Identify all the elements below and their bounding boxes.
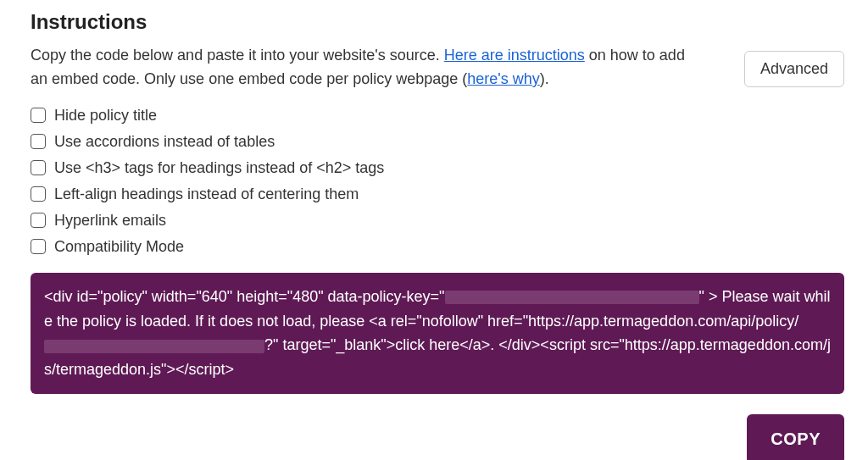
option-label: Left-align headings instead of centering… (54, 186, 359, 203)
copy-button[interactable]: COPY (747, 414, 844, 460)
option-label: Hide policy title (54, 107, 157, 125)
options-list: Hide policy title Use accordions instead… (31, 107, 844, 256)
option-accordions[interactable]: Use accordions instead of tables (31, 133, 844, 151)
advanced-button[interactable]: Advanced (744, 51, 844, 87)
option-compatibility[interactable]: Compatibility Mode (31, 238, 844, 256)
intro-text-3: ). (540, 70, 549, 87)
option-label: Hyperlink emails (54, 212, 166, 230)
embed-code-box[interactable]: <div id="policy" width="640" height="480… (31, 273, 844, 394)
checkbox-h3-tags[interactable] (31, 160, 46, 175)
option-hide-title[interactable]: Hide policy title (31, 107, 844, 125)
checkbox-left-align[interactable] (31, 186, 46, 202)
redacted-policy-key (445, 291, 699, 304)
checkbox-hyperlink-emails[interactable] (31, 213, 46, 228)
checkbox-accordions[interactable] (31, 134, 46, 149)
option-left-align[interactable]: Left-align headings instead of centering… (31, 186, 844, 203)
redacted-policy-id (44, 340, 264, 353)
option-label: Use accordions instead of tables (54, 133, 275, 151)
checkbox-hide-title[interactable] (31, 108, 46, 123)
checkbox-compatibility[interactable] (31, 239, 46, 254)
option-hyperlink-emails[interactable]: Hyperlink emails (31, 212, 844, 230)
option-label: Use <h3> tags for headings instead of <h… (54, 159, 384, 177)
intro-text-1: Copy the code below and paste it into yo… (31, 47, 444, 64)
option-h3-tags[interactable]: Use <h3> tags for headings instead of <h… (31, 159, 844, 177)
heres-why-link[interactable]: here's why (467, 70, 539, 87)
instructions-text: Copy the code below and paste it into yo… (31, 44, 692, 91)
page-title: Instructions (31, 10, 692, 34)
code-part-1: <div id="policy" width="640" height="480… (44, 288, 445, 305)
option-label: Compatibility Mode (54, 238, 184, 256)
instructions-link[interactable]: Here are instructions (444, 47, 585, 64)
